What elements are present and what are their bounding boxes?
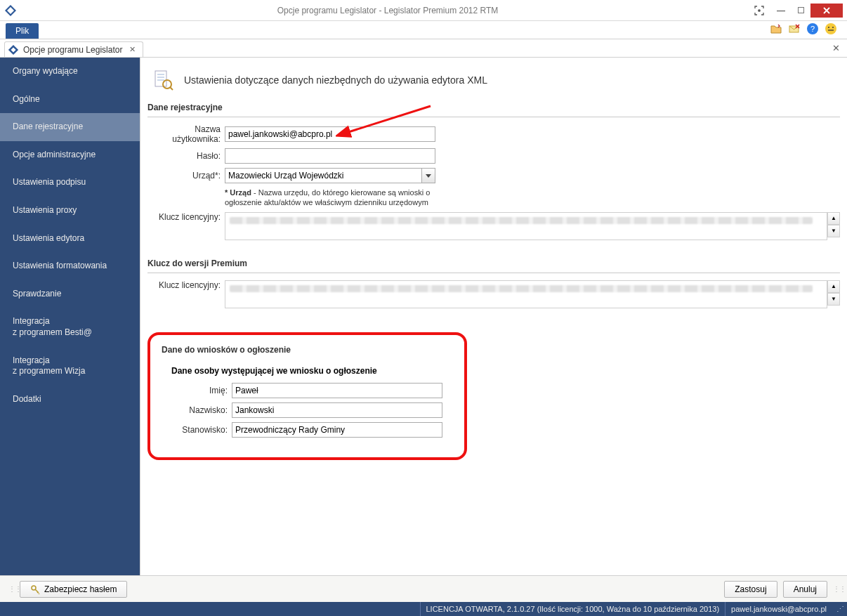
label-last-name: Nazwisko: [162, 405, 232, 415]
footer-bar: ⋮⋮ Zabezpiecz hasłem Zastosuj Anuluj ⋮⋮ [0, 575, 847, 602]
sidebar-item-10[interactable]: Integracjaz programem Wizja [0, 347, 140, 386]
close-button[interactable] [810, 4, 843, 18]
sidebar: Organy wydająceOgólneDane rejestracyjneO… [0, 58, 140, 575]
premium-license-field[interactable] [225, 280, 827, 308]
password-input[interactable] [225, 148, 435, 164]
sidebar-item-1[interactable]: Ogólne [0, 86, 140, 114]
sidebar-item-2[interactable]: Dane rejestracyjne [0, 113, 140, 141]
label-premium-license: Klucz licencyjny: [147, 280, 225, 290]
sidebar-item-9[interactable]: Integracjaz programem Besti@ [0, 308, 140, 346]
office-input[interactable] [225, 168, 421, 183]
tab-options[interactable]: Opcje programu Legislator ✕ [4, 41, 143, 57]
file-menu-button[interactable]: Plik [6, 23, 39, 39]
section-registration-title: Dane rejestracyjne [147, 98, 840, 117]
delete-mail-icon[interactable] [788, 22, 801, 35]
license-scroll-up[interactable]: ▲ [827, 212, 840, 225]
last-name-input[interactable] [232, 402, 442, 418]
window-title: Opcje programu Legislator - Legislator P… [22, 6, 753, 15]
sidebar-item-0[interactable]: Organy wydające [0, 58, 140, 86]
status-resize-grip-icon[interactable]: ⋰ [832, 605, 847, 614]
help-icon[interactable]: ? [806, 22, 819, 35]
svg-text:?: ? [810, 25, 815, 33]
svg-marker-13 [426, 174, 431, 178]
options-tab-icon [8, 44, 19, 55]
premium-scroll-down[interactable]: ▼ [827, 293, 840, 306]
page-header-icon [152, 69, 174, 91]
office-hint: * Urząd - Nazwa urzędu, do którego kiero… [225, 188, 442, 208]
label-position: Stanowisko: [162, 425, 232, 435]
footer-grip-icon: ⋮⋮ [8, 585, 14, 593]
minimize-button[interactable]: — [771, 4, 791, 18]
username-input[interactable] [225, 126, 435, 142]
label-office: Urząd*: [147, 171, 225, 181]
svg-point-7 [828, 27, 829, 28]
page-title: Ustawienia dotyczące danych niezbędnych … [184, 74, 487, 86]
title-bar: Opcje programu Legislator - Legislator P… [0, 0, 847, 21]
section-premium-title: Klucz do wersji Premium [147, 254, 840, 273]
footer-grip-icon-right: ⋮⋮ [833, 585, 839, 593]
position-input[interactable] [232, 422, 442, 438]
sidebar-item-8[interactable]: Sprawdzanie [0, 280, 140, 308]
sidebar-item-4[interactable]: Ustawienia podpisu [0, 169, 140, 197]
ribbon: Plik ? [0, 21, 847, 39]
app-icon [4, 4, 17, 17]
svg-point-6 [825, 23, 836, 34]
premium-scroll-up[interactable]: ▲ [827, 280, 840, 293]
status-bar: LICENCJA OTWARTA, 2.1.0.27 (Ilość licenc… [0, 602, 847, 616]
person-subheading: Dane osoby występującej we wniosku o ogł… [171, 366, 453, 376]
tabstrip-close-icon[interactable]: ✕ [832, 43, 847, 53]
sidebar-item-5[interactable]: Ustawienia proxy [0, 197, 140, 225]
tab-close-icon[interactable]: ✕ [129, 45, 136, 54]
license-key-field[interactable] [225, 212, 827, 240]
tab-label: Opcje programu Legislator [23, 45, 122, 55]
open-folder-icon[interactable] [770, 22, 782, 35]
sidebar-item-6[interactable]: Ustawienia edytora [0, 225, 140, 253]
status-user: pawel.jankowski@abcpro.pl [725, 602, 832, 616]
key-icon [30, 584, 40, 594]
first-name-input[interactable] [232, 383, 442, 398]
cancel-button[interactable]: Anuluj [783, 581, 827, 598]
svg-point-2 [759, 9, 760, 11]
license-scroll-down[interactable]: ▼ [827, 225, 840, 237]
sidebar-item-7[interactable]: Ustawienia formatowania [0, 252, 140, 280]
maximize-button[interactable] [791, 4, 810, 18]
label-license-key: Klucz licencyjny: [147, 212, 225, 222]
office-dropdown-button[interactable] [421, 168, 435, 183]
feedback-smiley-icon[interactable] [825, 22, 837, 35]
label-password: Hasło: [147, 151, 225, 161]
page-header: Ustawienia dotyczące danych niezbędnych … [147, 65, 840, 98]
label-first-name: Imię: [162, 386, 232, 395]
request-data-highlight: Dane do wniosków o ogłoszenie Dane osoby… [147, 332, 467, 460]
office-combo[interactable] [225, 168, 435, 183]
fullscreen-target-icon[interactable] [753, 4, 766, 17]
svg-point-8 [832, 27, 834, 28]
status-license: LICENCJA OTWARTA, 2.1.0.27 (Ilość licenc… [420, 602, 725, 616]
apply-button[interactable]: Zastosuj [724, 581, 777, 598]
sidebar-item-11[interactable]: Dodatki [0, 386, 140, 414]
section-request-title: Dane do wniosków o ogłoszenie [162, 345, 453, 359]
content-area: Ustawienia dotyczące danych niezbędnych … [140, 58, 847, 575]
svg-rect-11 [155, 71, 166, 86]
tab-strip: Opcje programu Legislator ✕ ✕ [0, 39, 847, 58]
secure-password-button[interactable]: Zabezpiecz hasłem [20, 581, 127, 598]
sidebar-item-3[interactable]: Opcje administracyjne [0, 141, 140, 169]
label-username: Nazwa użytkownika: [147, 124, 225, 144]
